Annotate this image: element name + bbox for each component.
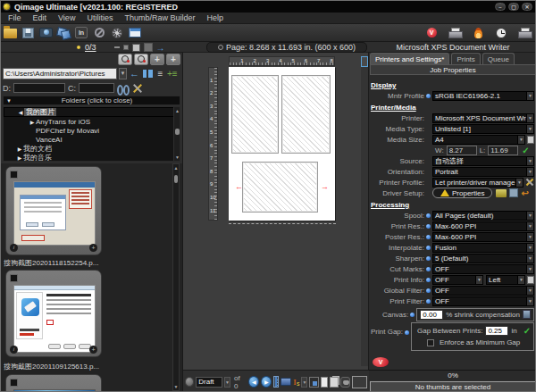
chevron-down-icon[interactable]: ▼ — [526, 287, 533, 295]
printer-icon[interactable] — [516, 26, 532, 40]
zoom-thumb-out-button[interactable] — [118, 54, 132, 65]
spool-select[interactable]: All Pages (default)▼ — [432, 211, 534, 221]
shrink-compensation-input[interactable]: 0.00 — [420, 310, 443, 320]
zoom-thumb-in-button[interactable] — [134, 54, 148, 65]
info-icon[interactable]: i — [10, 244, 18, 252]
global-filter-select[interactable]: OFF▼ — [432, 286, 534, 296]
settings-icon[interactable] — [109, 26, 125, 40]
thumb-size-small[interactable] — [123, 45, 129, 50]
poster-res-select[interactable]: Max-600 PPI▼ — [432, 232, 534, 242]
tree-scrollbar[interactable]: ▲ ▼ — [173, 107, 180, 161]
folders-header[interactable]: ▼ Folders (click to close) — [3, 96, 180, 105]
chevron-down-icon[interactable]: ▼ — [526, 114, 533, 122]
print-filter-select[interactable]: OFF▼ — [432, 296, 534, 306]
gap-input[interactable]: 0.25 — [485, 326, 508, 336]
tools-icon[interactable] — [525, 178, 534, 187]
text-tool-icon[interactable]: Is — [293, 378, 299, 387]
page-radio-icon[interactable] — [218, 45, 223, 50]
prev-page-button[interactable]: ◀ — [248, 376, 259, 388]
tree-item-5[interactable]: ▶我的音乐 — [4, 153, 180, 162]
chevron-down-icon[interactable]: ▼ — [475, 276, 482, 284]
menu-help[interactable]: Help — [206, 13, 223, 22]
chevron-down-icon[interactable]: ▼ — [515, 179, 523, 187]
folder-path-dropdown[interactable]: ▼ — [119, 68, 127, 79]
search-icon[interactable] — [117, 85, 130, 92]
print-res-select[interactable]: Max-600 PPI▼ — [432, 221, 534, 231]
mntr-profile-select[interactable]: sRGB IEC61966-2.1▼ — [432, 91, 534, 101]
open-folder-icon[interactable] — [2, 26, 18, 40]
tree-item-vanceai[interactable]: VanceAI — [4, 135, 180, 144]
thumb-card[interactable]: i + — [5, 270, 102, 357]
page-setup-icon[interactable] — [309, 377, 318, 388]
tab-prints[interactable]: Prints — [451, 53, 480, 64]
length-input[interactable]: 11.69 — [488, 146, 518, 155]
list-view-icon[interactable]: ≡ — [155, 69, 165, 79]
width-input[interactable]: 8.27 — [447, 146, 477, 155]
add-list-icon[interactable]: +≡ — [167, 69, 177, 79]
chevron-down-icon[interactable]: ▼ — [526, 168, 533, 176]
chart-icon[interactable] — [527, 276, 534, 284]
tree-item-0[interactable]: ◀我的图片 — [4, 107, 180, 117]
media-size-select[interactable]: A4▼ — [432, 135, 525, 145]
grid-icon[interactable] — [127, 26, 143, 40]
chevron-down-icon[interactable]: ▼ — [526, 125, 533, 133]
tab-printers-and-settings[interactable]: Printers and Settings* — [370, 53, 449, 64]
menu-thumb-raw-builder[interactable]: Thumb/Raw Builder — [124, 13, 195, 22]
thumb-size-tiny[interactable] — [114, 46, 120, 48]
properties-button[interactable]: Properties — [432, 188, 492, 198]
copy-icon[interactable] — [55, 26, 71, 40]
resize-arrow-right-icon[interactable]: → — [321, 184, 329, 189]
close-button[interactable]: ✕ — [522, 3, 532, 11]
print-placeholder[interactable] — [231, 75, 279, 154]
thumbnail-preview[interactable] — [13, 181, 96, 246]
camera-icon[interactable] — [38, 26, 54, 40]
tree-item-4[interactable]: ▶我的文档 — [4, 144, 180, 153]
printer-profile-select[interactable]: Let printer/driver manage color▼ — [432, 178, 523, 188]
add-folder-button[interactable]: + — [150, 54, 164, 65]
job-wallet-icon[interactable] — [281, 378, 291, 386]
page-options-button[interactable] — [185, 377, 194, 387]
chevron-down-icon[interactable]: ▼ — [526, 297, 533, 305]
page-preview[interactable]: ← → — [229, 67, 335, 221]
quality-select[interactable]: Draft — [196, 377, 222, 388]
printer-select[interactable]: Microsoft XPS Document Writer▼ — [432, 113, 534, 123]
thumb-checkbox[interactable] — [10, 379, 18, 387]
chevron-down-icon[interactable]: ▼ — [526, 244, 533, 252]
menu-utilities[interactable]: Utilities — [87, 13, 113, 22]
menu-view[interactable]: View — [58, 13, 75, 22]
add-favorite-button[interactable]: + — [166, 54, 180, 65]
notebook-icon[interactable] — [523, 310, 531, 319]
interpolate-select[interactable]: Fusion▼ — [432, 243, 534, 253]
dual-pane-icon[interactable] — [143, 70, 153, 78]
menu-edit[interactable]: Edit — [33, 13, 47, 22]
tree-item-pdfchef-by-movavi[interactable]: PDFChef by Movavi — [4, 126, 180, 135]
chevron-down-icon[interactable]: ▼ — [526, 222, 533, 230]
back-icon[interactable]: ← — [129, 68, 140, 79]
thumb-checkbox[interactable] — [10, 274, 18, 282]
print-placeholder-selected[interactable] — [242, 162, 318, 213]
menu-file[interactable]: File — [8, 13, 21, 22]
filter-c-input[interactable] — [79, 83, 114, 93]
undo-icon[interactable]: ↩ — [521, 188, 528, 198]
tree-item-anytrans-for-ios[interactable]: ▶AnyTrans for iOS — [4, 117, 180, 126]
cut-marks-select[interactable]: OFF▼ — [432, 264, 534, 274]
thumbnail-preview[interactable] — [13, 285, 96, 353]
driver-folder-icon[interactable] — [496, 189, 507, 197]
add-to-queue-icon[interactable]: + — [89, 244, 97, 252]
copy-page-icon[interactable] — [330, 377, 339, 388]
printer-icon[interactable] — [447, 26, 463, 40]
print-list-button[interactable] — [273, 376, 279, 388]
log-icon[interactable]: ln — [73, 26, 89, 40]
disable-icon[interactable] — [91, 26, 107, 40]
orientation-select[interactable]: Portrait▼ — [432, 167, 534, 177]
chevron-down-icon[interactable]: ▼ — [526, 92, 533, 100]
tools-icon[interactable] — [132, 83, 143, 94]
flame-icon[interactable] — [470, 26, 486, 40]
thumb-counter-link[interactable]: 0/3 — [85, 43, 96, 52]
chevron-down-icon[interactable]: ▼ — [526, 212, 533, 220]
page-style-icon[interactable] — [340, 377, 350, 388]
thumb-size-medium[interactable] — [132, 44, 140, 52]
chevron-down-icon[interactable]: ▼ — [526, 265, 533, 273]
paper-icon[interactable] — [527, 136, 534, 144]
chevron-down-icon[interactable]: ▼ — [526, 157, 533, 165]
